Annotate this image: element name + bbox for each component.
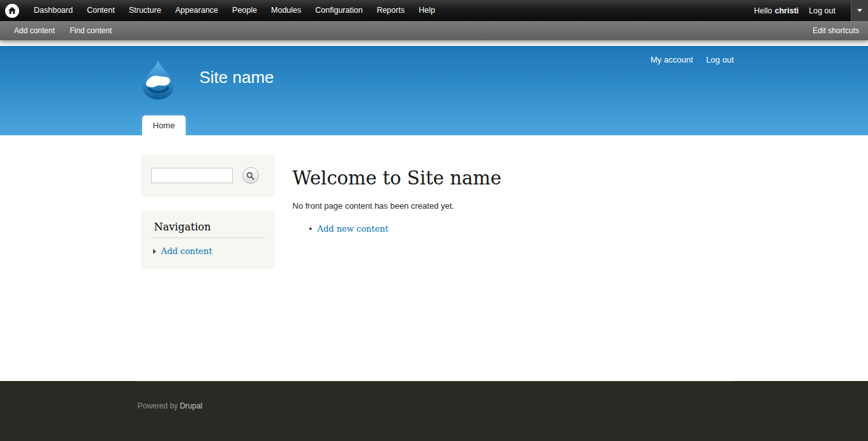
toolbar-item-content[interactable]: Content [80, 0, 122, 21]
search-icon [246, 172, 254, 180]
greeting-text: Hello [754, 6, 772, 15]
shortcut-edit-area: Edit shortcuts [811, 26, 860, 35]
sidebar-first: Navigation Add content [141, 154, 275, 269]
edit-shortcuts-link[interactable]: Edit shortcuts [811, 26, 860, 35]
admin-toolbar-menu: Dashboard Content Structure Appearance P… [5, 0, 442, 21]
main-content: Welcome to Site name No front page conte… [293, 154, 502, 234]
admin-toolbar: Dashboard Content Structure Appearance P… [0, 0, 868, 21]
admin-toolbar-user-area: Hellochristi Log out [754, 0, 868, 21]
site-header: Site name My account Log out Home [0, 46, 868, 135]
toolbar-item-structure[interactable]: Structure [122, 0, 168, 21]
shortcut-links: Add content Find content [8, 26, 118, 35]
toolbar-item-dashboard[interactable]: Dashboard [27, 0, 80, 21]
navigation-block-title: Navigation [151, 221, 265, 238]
my-account-link[interactable]: My account [651, 55, 693, 64]
search-button[interactable] [242, 167, 259, 184]
drupal-droplet-logo[interactable] [140, 59, 177, 103]
content-link-list: Add new content [318, 223, 502, 234]
search-block [141, 154, 275, 197]
add-new-content-link[interactable]: Add new content [318, 224, 388, 234]
home-icon [5, 4, 19, 18]
add-content-link[interactable]: Add content [161, 246, 212, 256]
secondary-menu: My account Log out [640, 55, 733, 64]
toolbar-item-help[interactable]: Help [411, 0, 442, 21]
toolbar-home-button[interactable] [5, 4, 19, 18]
powered-by-text: Powered by [138, 401, 178, 410]
site-name[interactable]: Site name [200, 68, 274, 87]
powered-by: Powered byDrupal [135, 401, 734, 410]
tab-home[interactable]: Home [142, 116, 186, 135]
toolbar-item-people[interactable]: People [225, 0, 264, 21]
toolbar-item-modules[interactable]: Modules [264, 0, 308, 21]
footer-divider [135, 381, 734, 382]
toolbar-item-appearance[interactable]: Appearance [168, 0, 225, 21]
main-menu-tabs: Home [142, 116, 186, 135]
drupal-link[interactable]: Drupal [180, 401, 202, 410]
menu-item-add-content: Add content [151, 246, 265, 256]
empty-frontpage-message: No front page content has been created y… [293, 201, 502, 211]
footer: Powered byDrupal [0, 381, 868, 441]
user-greeting: Hellochristi [754, 6, 798, 15]
username-link[interactable]: christi [775, 6, 799, 15]
list-item: Add new content [318, 223, 502, 234]
search-input[interactable] [151, 168, 233, 183]
shortcut-find-content[interactable]: Find content [63, 26, 118, 35]
toolbar-toggle-button[interactable] [851, 0, 868, 21]
shortcut-bar: Add content Find content Edit shortcuts [0, 21, 868, 40]
header-logout-link[interactable]: Log out [706, 55, 733, 64]
page-title: Welcome to Site name [293, 167, 502, 189]
toolbar-shadow-gap [0, 40, 868, 46]
shortcut-add-content[interactable]: Add content [8, 26, 61, 35]
toolbar-item-configuration[interactable]: Configuration [308, 0, 369, 21]
toolbar-logout-link[interactable]: Log out [809, 6, 835, 15]
triangle-right-icon [153, 249, 156, 254]
navigation-block: Navigation Add content [141, 211, 275, 269]
caret-down-icon [857, 9, 862, 12]
page-content: Navigation Add content Welcome to Site n… [0, 135, 868, 337]
toolbar-item-reports[interactable]: Reports [370, 0, 412, 21]
